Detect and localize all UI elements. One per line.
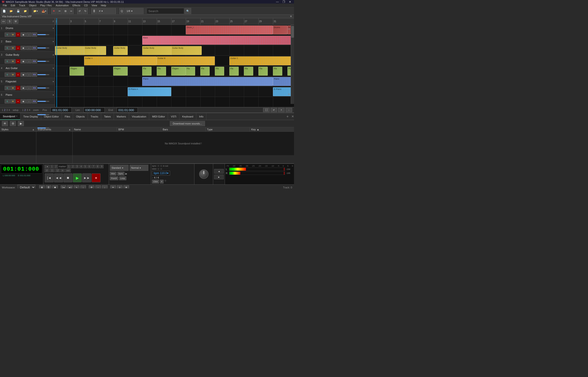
vol-slider-6[interactable] <box>37 101 49 102</box>
block-flag-4[interactable]: Fla <box>157 67 166 76</box>
marker-12[interactable]: 12 <box>55 169 60 172</box>
tab-soundpool[interactable]: Soundpool × <box>0 113 20 120</box>
menu-play-rec[interactable]: Play / Rec <box>38 3 54 7</box>
hash-dropdown[interactable]: # ▾ <box>98 8 116 14</box>
marker-3[interactable]: 3 <box>75 165 79 168</box>
solo-btn-3[interactable]: S <box>5 59 10 63</box>
tracks-canvas[interactable]: Drum_I Drums Drums Drums Drums Dru <box>55 25 294 107</box>
mixer-status-btn[interactable]: ☰ <box>46 185 51 188</box>
to-start-btn[interactable]: |◄ <box>45 173 54 182</box>
redo-btn[interactable]: ↻ <box>83 8 88 14</box>
marker-4[interactable]: 4 <box>79 165 83 168</box>
play-preview-btn[interactable]: ▶ <box>18 121 24 126</box>
play-btn[interactable]: ▶ <box>73 173 82 182</box>
record-status-btn[interactable]: ⏺ <box>52 185 58 188</box>
menu-view[interactable]: View <box>90 3 99 7</box>
tab-markers[interactable]: Markers <box>114 113 129 120</box>
solo-btn-6[interactable]: S <box>5 99 10 104</box>
marker-9[interactable]: 9 <box>100 165 104 168</box>
export-btn[interactable]: 📤▾ <box>40 8 48 14</box>
zoom-1-btn[interactable]: 1 <box>22 109 24 111</box>
minimize-button[interactable]: — <box>275 0 280 3</box>
marker-num-1[interactable]: 1 <box>50 165 54 168</box>
nav-up-btn[interactable]: ◄ <box>214 169 224 174</box>
scissors-btn[interactable]: ✂ <box>57 8 62 14</box>
loop-btn[interactable]: Loop <box>119 177 126 180</box>
v-scrollbar-thumb[interactable] <box>291 26 294 38</box>
block-guitar-3[interactable]: Guitar Body <box>113 46 128 55</box>
solo-all-btn[interactable]: S <box>7 19 12 24</box>
close-button[interactable]: ✕ <box>288 0 292 3</box>
monitor-btn-2[interactable]: ◉ <box>21 46 26 50</box>
zoom-out-btn[interactable]: - <box>286 108 292 112</box>
new-button[interactable]: 📄 <box>1 8 8 14</box>
panel-close-btn[interactable]: ✕ <box>291 115 294 118</box>
block-flag-6[interactable]: Fla <box>186 67 195 76</box>
master-knob[interactable] <box>199 169 208 179</box>
menu-help[interactable]: Help <box>99 3 108 7</box>
vol-slider-7[interactable] <box>37 114 49 115</box>
pos-field[interactable] <box>51 107 72 113</box>
page-2-btn[interactable]: 2 <box>4 109 6 111</box>
fx-btn-2[interactable]: FX <box>32 46 37 50</box>
rec-btn-3[interactable]: ● <box>16 59 20 63</box>
windows-btn[interactable]: ⊞ <box>39 185 45 188</box>
stop-btn[interactable]: ■ <box>63 173 72 182</box>
undo-btn[interactable]: ↺ <box>77 8 82 14</box>
menu-cd[interactable]: CD <box>82 3 90 7</box>
track-expand-4[interactable]: ▾ <box>53 67 54 70</box>
fullscreen-btn[interactable]: ⛶ <box>263 108 270 112</box>
tab-files[interactable]: Files <box>62 113 73 120</box>
styles-header[interactable]: Styles ▲ <box>0 127 36 132</box>
in-btn[interactable]: in <box>61 169 65 172</box>
cut-status-btn[interactable]: ✂ <box>110 185 116 188</box>
zoom-in-btn[interactable]: + <box>278 108 285 112</box>
fx-btn-1[interactable]: FX <box>32 33 37 37</box>
download-btn[interactable]: Download more sounds... <box>170 121 205 126</box>
save-button[interactable]: 💾 <box>15 8 22 14</box>
marker-1[interactable]: 1 <box>67 165 71 168</box>
tab-keyboard[interactable]: Keyboard <box>179 113 196 120</box>
input-btn-6[interactable]: ↓ <box>26 99 31 104</box>
menu-object[interactable]: Object <box>27 3 38 7</box>
vol-slider-3[interactable] <box>37 61 49 62</box>
input-btn-5[interactable]: ↓ <box>26 86 31 90</box>
zoom-3-btn[interactable]: 3 <box>27 109 28 111</box>
block-flag-8[interactable]: Fla <box>215 67 224 76</box>
grid-btn[interactable]: ⊞ <box>63 8 68 14</box>
solo-btn-1[interactable]: S <box>5 33 10 37</box>
bpm-display[interactable]: bpm 110.0 ▾ <box>152 171 170 176</box>
mute-btn-3[interactable]: M <box>10 59 15 63</box>
marker-6[interactable]: 6 <box>88 165 91 168</box>
menu-track[interactable]: Track <box>17 3 27 7</box>
block-drums-1[interactable]: Drum_I <box>186 25 273 35</box>
end-field[interactable] <box>117 107 138 113</box>
binoculars-btn[interactable]: 👁 <box>2 121 8 126</box>
add-track-btn-2[interactable]: + <box>288 92 290 97</box>
monitor-btn-1[interactable]: ◉ <box>21 33 26 37</box>
styles-list[interactable] <box>0 132 36 155</box>
route-btn-1[interactable]: ⟳ <box>89 185 94 188</box>
open-button[interactable]: 📂 <box>8 8 14 14</box>
add-track-btn[interactable]: + <box>288 27 290 32</box>
tab-visualization[interactable]: Visualization <box>129 113 149 120</box>
add-panel-btn[interactable]: + <box>286 114 289 119</box>
sync-btn[interactable]: Sync <box>117 172 124 176</box>
hash-btn[interactable]: # <box>160 180 163 183</box>
input-btn-4[interactable]: ↓ <box>26 72 31 77</box>
block-flag-2[interactable]: Flageo <box>113 67 128 76</box>
tab-info[interactable]: Info <box>196 113 206 120</box>
mute-btn-6[interactable]: M <box>10 99 15 104</box>
rec-btn-5[interactable]: ● <box>16 86 20 90</box>
marker-8[interactable]: 8 <box>96 165 99 168</box>
delete-btn[interactable]: ✕ <box>51 8 56 14</box>
vol-slider-5[interactable] <box>37 88 49 88</box>
block-flag-3[interactable]: Fla <box>142 67 152 76</box>
quantize-dropdown[interactable]: 1/8 ▾ <box>125 8 144 14</box>
loop-status-btn[interactable]: ⤷ <box>74 185 79 188</box>
next-btn[interactable]: ►| <box>67 185 73 188</box>
rec-btn-1[interactable]: ● <box>16 33 20 37</box>
block-bass-1[interactable]: Bass <box>142 36 294 45</box>
vol-slider-8[interactable] <box>37 128 49 129</box>
block-guitar-2[interactable]: Guitar Body <box>84 46 99 55</box>
